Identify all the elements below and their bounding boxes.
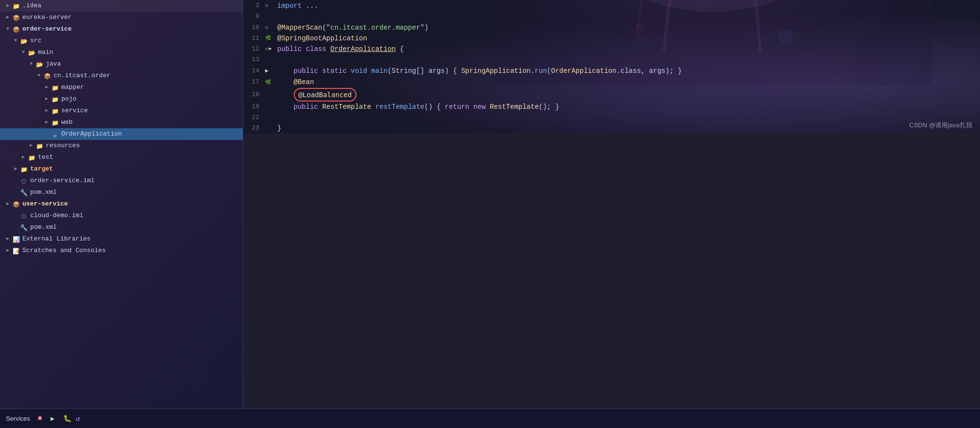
gutter-17: 🌿 [265, 76, 277, 88]
tree-arrow-mapper[interactable]: ▶ [43, 83, 51, 92]
tree-item-main[interactable]: ▼ 📂 main [0, 47, 243, 58]
code-line-18: 18 @LoadBalanced [243, 88, 980, 102]
tree-item-ext-libs[interactable]: ▶ 📊 External Libraries [0, 233, 243, 245]
tree-label-pojo: pojo [61, 94, 76, 104]
line-num-3: 3 [243, 0, 265, 11]
code-line-14: 14 ▶ public static void main(String[] ar… [243, 65, 980, 76]
tree-label-order-app: OrderApplication [61, 129, 122, 139]
tree-item-order-application[interactable]: ☕ OrderApplication [0, 128, 243, 140]
line-num-12: 12 [243, 44, 265, 54]
code-line-17: 17 🌿 @Bean [243, 76, 980, 88]
tree-item-order-service[interactable]: ▼ 📦 order-service [0, 23, 243, 35]
debug-icon[interactable]: 🐛 [63, 414, 72, 423]
tree-arrow-service[interactable]: ▶ [43, 106, 51, 116]
tree-arrow-java[interactable]: ▼ [27, 59, 35, 69]
tree-arrow-target[interactable]: ▶ [12, 164, 19, 174]
tree-arrow-package[interactable]: ▼ [35, 71, 43, 81]
tree-item-web[interactable]: ▶ 📁 web [0, 117, 243, 128]
tree-arrow-eureka[interactable]: ▶ [4, 13, 12, 22]
tree-arrow-web[interactable]: ▶ [43, 118, 51, 127]
module-icon-eureka: 📦 [12, 14, 20, 21]
watermark: CSDN @请用java扎我 [909, 121, 973, 130]
stop-icon[interactable]: ■ [38, 414, 47, 423]
code-10: @MapperScan("cn.itcast.order.mapper") [277, 22, 980, 33]
code-line-10: 10 ⊖ @MapperScan("cn.itcast.order.mapper… [243, 22, 980, 33]
code-line-23: 23 } [243, 123, 980, 134]
gutter-12: ⊖ ▶ [265, 44, 277, 54]
code-line-11: 11 🌿 @SpringBootApplication [243, 33, 980, 44]
tree-arrow-idea[interactable]: ▶ [4, 1, 12, 11]
restart-icon[interactable]: ↺ [76, 414, 85, 423]
gutter-3: ⊖ [265, 0, 277, 11]
tree-item-package[interactable]: ▼ 📦 cn.itcast.order [0, 70, 243, 82]
code-editor[interactable]: 3 ⊖ import ... 9 10 ⊖ [243, 0, 980, 134]
tree-item-resources[interactable]: ▶ 📁 resources [0, 140, 243, 152]
tree-label-eureka: eureka-server [22, 13, 71, 22]
bottom-bar: Services ■ ▶ 🐛 ↺ [0, 409, 980, 428]
module-icon-user-service: 📦 [12, 200, 20, 208]
tree-item-order-pom[interactable]: 🔧 pom.xml [0, 187, 243, 198]
tree-arrow-pojo[interactable]: ▶ [43, 94, 51, 104]
line-num-22: 22 [243, 112, 265, 123]
library-icon: 📊 [12, 235, 20, 243]
tree-item-cloud-iml[interactable]: ⬡ cloud-demo.iml [0, 210, 243, 222]
tree-item-scratches[interactable]: ▶ 📝 Scratches and Consoles [0, 245, 243, 257]
tree-arrow-resources[interactable]: ▶ [27, 141, 35, 151]
tree-item-mapper[interactable]: ▶ 📁 mapper [0, 82, 243, 93]
line-num-9: 9 [243, 11, 265, 22]
tree-item-service[interactable]: ▶ 📁 service [0, 105, 243, 117]
package-icon-web: 📁 [51, 119, 59, 126]
tree-item-pojo[interactable]: ▶ 📁 pojo [0, 93, 243, 105]
code-line-22: 22 [243, 112, 980, 123]
java-class-icon: ☕ [51, 130, 59, 138]
gutter-14: ▶ [265, 65, 277, 76]
code-11: @SpringBootApplication [277, 33, 980, 44]
package-icon-pojo: 📁 [51, 95, 59, 103]
tree-item-target[interactable]: ▶ 📁 target [0, 163, 243, 175]
tree-arrow-order-service[interactable]: ▼ [4, 24, 12, 34]
tree-label-target: target [30, 164, 53, 174]
tree-label-user-service: user-service [22, 199, 68, 209]
iml-icon-cloud: ⬡ [19, 212, 28, 220]
folder-icon-target: 📁 [19, 165, 28, 173]
tree-item-root-pom[interactable]: 🔧 pom.xml [0, 222, 243, 233]
load-balanced-annotation: @LoadBalanced [294, 88, 357, 102]
tree-item-src[interactable]: ▼ 📂 src [0, 35, 243, 47]
tree-item-eureka[interactable]: ▶ 📦 eureka-server [0, 12, 243, 23]
tree-item-idea[interactable]: ▶ 📁 .idea [0, 0, 243, 12]
project-tree: ▶ 📁 .idea ▶ 📦 eureka-server ▼ 📦 order-se… [0, 0, 243, 409]
tree-arrow-test[interactable]: ▶ [19, 153, 27, 162]
folder-icon-resources: 📁 [35, 142, 44, 150]
tree-arrow-user-service[interactable]: ▶ [4, 199, 12, 209]
line-num-10: 10 [243, 22, 265, 33]
tree-label-order-pom: pom.xml [30, 188, 57, 197]
tree-item-test[interactable]: ▶ 📁 test [0, 152, 243, 163]
tree-arrow-src[interactable]: ▼ [12, 36, 19, 46]
run-icon[interactable]: ▶ [51, 414, 59, 423]
code-3: import ... [277, 0, 980, 11]
code-line-9: 9 [243, 11, 980, 22]
tree-item-order-iml[interactable]: ⬡ order-service.iml [0, 175, 243, 187]
code-12: public class OrderApplication { [277, 44, 980, 54]
package-icon-service: 📁 [51, 107, 59, 115]
xml-icon-order: 🔧 [19, 188, 28, 196]
tree-label-ext-libs: External Libraries [22, 234, 90, 244]
line-num-18: 18 [243, 89, 265, 100]
line-num-13: 13 [243, 54, 265, 65]
line-num-19: 19 [243, 102, 265, 112]
tree-label-java: java [46, 59, 61, 69]
code-18: @LoadBalanced [277, 88, 980, 102]
tree-item-java[interactable]: ▼ 📂 java [0, 58, 243, 70]
tree-label-main: main [38, 48, 53, 57]
package-icon: 📦 [43, 72, 52, 80]
gutter-10: ⊖ [265, 22, 277, 33]
tree-item-user-service[interactable]: ▶ 📦 user-service [0, 198, 243, 210]
tree-arrow-main[interactable]: ▼ [19, 48, 27, 57]
bottom-toolbar: ■ ▶ 🐛 ↺ [38, 414, 85, 423]
tree-arrow-ext-libs[interactable]: ▶ [4, 234, 12, 244]
code-line-3: 3 ⊖ import ... [243, 0, 980, 11]
gutter-11: 🌿 [265, 33, 277, 44]
tree-label-cloud-iml: cloud-demo.iml [30, 211, 83, 221]
tree-arrow-scratches[interactable]: ▶ [4, 246, 12, 256]
line-num-23: 23 [243, 123, 265, 134]
